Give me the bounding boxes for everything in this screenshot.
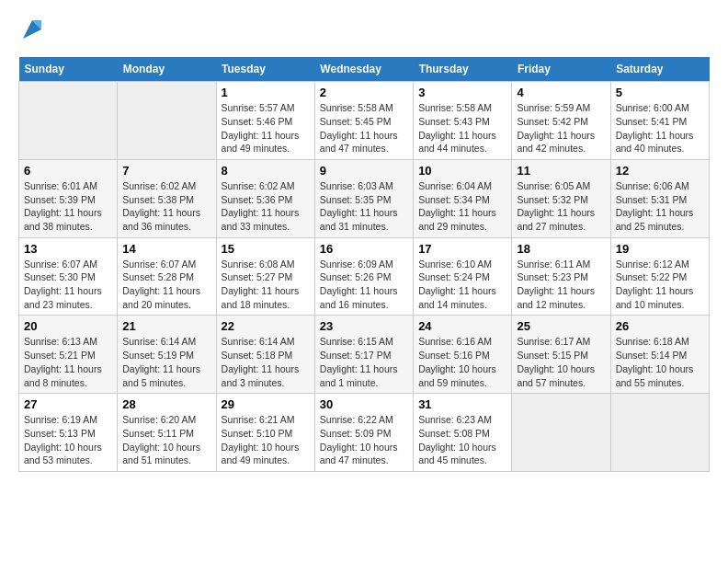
day-info: Sunrise: 6:08 AM Sunset: 5:27 PM Dayligh… — [222, 258, 310, 312]
day-number: 28 — [122, 397, 210, 411]
calendar-cell: 14Sunrise: 6:07 AM Sunset: 5:28 PM Dayli… — [118, 237, 216, 316]
calendar-cell: 11Sunrise: 6:05 AM Sunset: 5:32 PM Dayli… — [512, 159, 610, 237]
weekday-header-sunday: Sunday — [19, 57, 118, 82]
day-info: Sunrise: 6:14 AM Sunset: 5:18 PM Dayligh… — [222, 335, 310, 389]
day-info: Sunrise: 6:07 AM Sunset: 5:30 PM Dayligh… — [24, 258, 112, 312]
day-info: Sunrise: 6:09 AM Sunset: 5:26 PM Dayligh… — [320, 258, 408, 312]
day-info: Sunrise: 6:13 AM Sunset: 5:21 PM Dayligh… — [24, 335, 112, 389]
calendar-cell: 16Sunrise: 6:09 AM Sunset: 5:26 PM Dayli… — [314, 237, 413, 316]
calendar-cell: 28Sunrise: 6:20 AM Sunset: 5:11 PM Dayli… — [118, 394, 216, 472]
day-info: Sunrise: 6:15 AM Sunset: 5:17 PM Dayligh… — [320, 335, 408, 389]
day-number: 24 — [418, 319, 506, 333]
day-info: Sunrise: 6:23 AM Sunset: 5:08 PM Dayligh… — [418, 413, 506, 467]
day-number: 19 — [616, 242, 704, 256]
day-number: 26 — [616, 319, 704, 333]
day-info: Sunrise: 6:16 AM Sunset: 5:16 PM Dayligh… — [418, 335, 506, 389]
day-number: 22 — [222, 319, 310, 333]
day-number: 16 — [320, 242, 408, 256]
calendar-cell: 20Sunrise: 6:13 AM Sunset: 5:21 PM Dayli… — [19, 316, 118, 394]
day-info: Sunrise: 6:18 AM Sunset: 5:14 PM Dayligh… — [616, 335, 704, 389]
day-number: 13 — [24, 242, 112, 256]
day-number: 31 — [418, 397, 506, 411]
calendar-cell — [118, 82, 216, 160]
calendar-cell: 2Sunrise: 5:58 AM Sunset: 5:45 PM Daylig… — [314, 82, 413, 160]
day-number: 3 — [418, 86, 506, 99]
weekday-header-tuesday: Tuesday — [216, 57, 314, 82]
day-info: Sunrise: 6:14 AM Sunset: 5:19 PM Dayligh… — [122, 335, 210, 389]
day-info: Sunrise: 6:02 AM Sunset: 5:36 PM Dayligh… — [222, 179, 310, 234]
day-info: Sunrise: 6:01 AM Sunset: 5:39 PM Dayligh… — [24, 179, 112, 234]
day-info: Sunrise: 6:05 AM Sunset: 5:32 PM Dayligh… — [517, 179, 605, 234]
calendar-cell: 6Sunrise: 6:01 AM Sunset: 5:39 PM Daylig… — [19, 159, 118, 237]
day-info: Sunrise: 5:58 AM Sunset: 5:43 PM Dayligh… — [418, 101, 506, 155]
day-number: 1 — [222, 86, 310, 99]
weekday-header-row: SundayMondayTuesdayWednesdayThursdayFrid… — [19, 57, 710, 82]
day-info: Sunrise: 6:04 AM Sunset: 5:34 PM Dayligh… — [418, 179, 506, 234]
day-info: Sunrise: 6:10 AM Sunset: 5:24 PM Dayligh… — [418, 258, 506, 312]
calendar-cell: 19Sunrise: 6:12 AM Sunset: 5:22 PM Dayli… — [610, 237, 709, 316]
calendar-cell — [610, 394, 709, 472]
calendar-cell — [512, 394, 610, 472]
day-number: 29 — [222, 397, 310, 411]
day-number: 10 — [418, 164, 506, 178]
day-number: 20 — [24, 319, 112, 333]
day-number: 11 — [517, 164, 605, 178]
day-number: 15 — [222, 242, 310, 256]
calendar-cell: 25Sunrise: 6:17 AM Sunset: 5:15 PM Dayli… — [512, 316, 610, 394]
day-number: 12 — [616, 164, 704, 178]
day-number: 5 — [616, 86, 704, 99]
day-number: 9 — [320, 164, 408, 178]
calendar-cell: 10Sunrise: 6:04 AM Sunset: 5:34 PM Dayli… — [414, 159, 512, 237]
calendar-cell: 23Sunrise: 6:15 AM Sunset: 5:17 PM Dayli… — [314, 316, 413, 394]
day-number: 2 — [320, 86, 408, 99]
weekday-header-wednesday: Wednesday — [314, 57, 413, 82]
day-info: Sunrise: 6:11 AM Sunset: 5:23 PM Dayligh… — [517, 258, 605, 312]
day-info: Sunrise: 5:57 AM Sunset: 5:46 PM Dayligh… — [222, 101, 310, 155]
day-number: 25 — [517, 319, 605, 333]
calendar-week-3: 13Sunrise: 6:07 AM Sunset: 5:30 PM Dayli… — [19, 237, 710, 316]
day-number: 8 — [222, 164, 310, 178]
day-number: 6 — [24, 164, 112, 178]
day-info: Sunrise: 5:58 AM Sunset: 5:45 PM Dayligh… — [320, 101, 408, 155]
weekday-header-friday: Friday — [512, 57, 610, 82]
calendar-cell: 24Sunrise: 6:16 AM Sunset: 5:16 PM Dayli… — [414, 316, 512, 394]
day-info: Sunrise: 6:17 AM Sunset: 5:15 PM Dayligh… — [517, 335, 605, 389]
page-header — [18, 18, 710, 42]
weekday-header-saturday: Saturday — [610, 57, 709, 82]
day-info: Sunrise: 6:19 AM Sunset: 5:13 PM Dayligh… — [24, 413, 112, 467]
calendar-week-5: 27Sunrise: 6:19 AM Sunset: 5:13 PM Dayli… — [19, 394, 710, 472]
calendar-cell: 21Sunrise: 6:14 AM Sunset: 5:19 PM Dayli… — [118, 316, 216, 394]
calendar-cell: 8Sunrise: 6:02 AM Sunset: 5:36 PM Daylig… — [216, 159, 314, 237]
day-info: Sunrise: 6:07 AM Sunset: 5:28 PM Dayligh… — [122, 258, 210, 312]
day-info: Sunrise: 6:03 AM Sunset: 5:35 PM Dayligh… — [320, 179, 408, 234]
day-info: Sunrise: 6:00 AM Sunset: 5:41 PM Dayligh… — [616, 101, 704, 155]
calendar-cell: 7Sunrise: 6:02 AM Sunset: 5:38 PM Daylig… — [118, 159, 216, 237]
calendar-week-2: 6Sunrise: 6:01 AM Sunset: 5:39 PM Daylig… — [19, 159, 710, 237]
day-info: Sunrise: 6:06 AM Sunset: 5:31 PM Dayligh… — [616, 179, 704, 234]
day-info: Sunrise: 6:22 AM Sunset: 5:09 PM Dayligh… — [320, 413, 408, 467]
weekday-header-monday: Monday — [118, 57, 216, 82]
calendar-cell: 5Sunrise: 6:00 AM Sunset: 5:41 PM Daylig… — [610, 82, 709, 160]
calendar-cell — [19, 82, 118, 160]
calendar-cell: 1Sunrise: 5:57 AM Sunset: 5:46 PM Daylig… — [216, 82, 314, 160]
calendar-cell: 13Sunrise: 6:07 AM Sunset: 5:30 PM Dayli… — [19, 237, 118, 316]
day-info: Sunrise: 6:02 AM Sunset: 5:38 PM Dayligh… — [122, 179, 210, 234]
day-info: Sunrise: 6:21 AM Sunset: 5:10 PM Dayligh… — [222, 413, 310, 467]
logo — [18, 18, 45, 42]
day-info: Sunrise: 6:12 AM Sunset: 5:22 PM Dayligh… — [616, 258, 704, 312]
calendar-cell: 22Sunrise: 6:14 AM Sunset: 5:18 PM Dayli… — [216, 316, 314, 394]
day-number: 27 — [24, 397, 112, 411]
calendar-cell: 4Sunrise: 5:59 AM Sunset: 5:42 PM Daylig… — [512, 82, 610, 160]
day-info: Sunrise: 5:59 AM Sunset: 5:42 PM Dayligh… — [517, 101, 605, 155]
calendar-cell: 12Sunrise: 6:06 AM Sunset: 5:31 PM Dayli… — [610, 159, 709, 237]
day-number: 21 — [122, 319, 210, 333]
calendar-cell: 18Sunrise: 6:11 AM Sunset: 5:23 PM Dayli… — [512, 237, 610, 316]
weekday-header-thursday: Thursday — [414, 57, 512, 82]
calendar-cell: 27Sunrise: 6:19 AM Sunset: 5:13 PM Dayli… — [19, 394, 118, 472]
calendar-cell: 3Sunrise: 5:58 AM Sunset: 5:43 PM Daylig… — [414, 82, 512, 160]
day-number: 30 — [320, 397, 408, 411]
calendar-cell: 26Sunrise: 6:18 AM Sunset: 5:14 PM Dayli… — [610, 316, 709, 394]
day-info: Sunrise: 6:20 AM Sunset: 5:11 PM Dayligh… — [122, 413, 210, 467]
calendar-table: SundayMondayTuesdayWednesdayThursdayFrid… — [18, 57, 710, 472]
calendar-week-1: 1Sunrise: 5:57 AM Sunset: 5:46 PM Daylig… — [19, 82, 710, 160]
